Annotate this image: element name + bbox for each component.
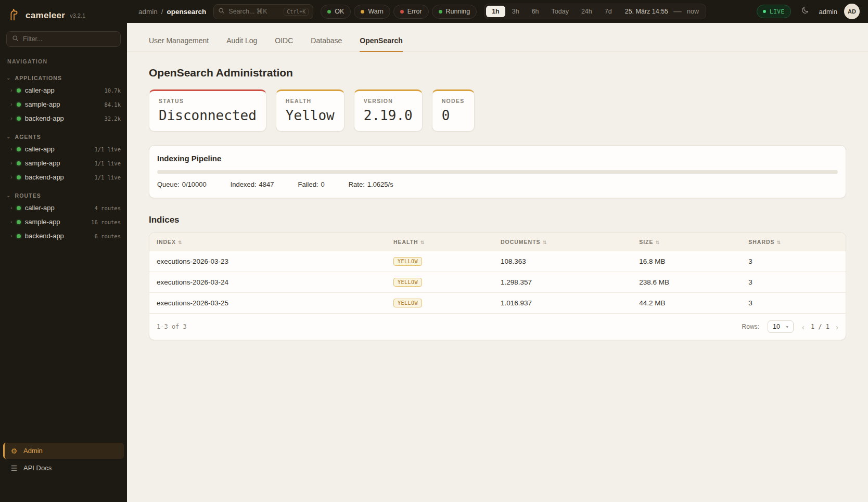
row-range-label: 1-3 of 3: [157, 323, 187, 330]
column-header-shards[interactable]: SHARDS⇅: [741, 233, 846, 251]
filter-warn[interactable]: Warn: [354, 5, 390, 19]
pipeline-stat-failed: Failed: 0: [298, 181, 324, 188]
sidebar-item-backend-app-routes[interactable]: › backend-app 6 routes: [0, 229, 127, 243]
warn-dot: [361, 10, 364, 14]
search-icon: [218, 7, 225, 16]
sidebar-item-sample-app-agent[interactable]: › sample-app 1/1 live: [0, 156, 127, 170]
column-header-size[interactable]: SIZE⇅: [632, 233, 741, 251]
health-badge: YELLOW: [393, 278, 422, 287]
tab-user-management[interactable]: User Management: [149, 36, 209, 52]
item-label: sample-app: [25, 218, 60, 226]
global-search[interactable]: Ctrl+K: [213, 4, 313, 19]
section-label: AGENTS: [15, 134, 41, 140]
item-label: backend-app: [25, 114, 64, 122]
column-header-health[interactable]: HEALTH⇅: [386, 233, 493, 251]
filter-ok[interactable]: OK: [321, 5, 351, 19]
section-header-applications[interactable]: ⌄ APPLICATIONS: [0, 73, 127, 83]
sidebar-filter[interactable]: [6, 31, 121, 47]
section-agents: ⌄ AGENTS › caller-app 1/1 live › sample-…: [0, 132, 127, 184]
page-indicator: 1 / 1: [811, 323, 829, 330]
section-header-agents[interactable]: ⌄ AGENTS: [0, 132, 127, 142]
live-badge: 1/1 live: [94, 146, 121, 152]
next-page-button[interactable]: ›: [836, 323, 838, 331]
rows-per-page-value: 10: [773, 323, 780, 330]
avatar[interactable]: AD: [844, 4, 860, 19]
time-range-6h[interactable]: 6h: [526, 6, 545, 17]
status-dot: [17, 161, 21, 165]
indices-title: Indices: [149, 215, 846, 225]
theme-toggle[interactable]: [798, 4, 812, 19]
status-dot: [17, 206, 21, 210]
table-footer: 1-3 of 3 Rows: 10 ▾ ‹ 1 / 1 ›: [149, 313, 846, 340]
item-label: sample-app: [25, 100, 60, 108]
item-label: caller-app: [25, 145, 55, 153]
time-range-today[interactable]: Today: [546, 6, 575, 17]
page-title: OpenSearch Administration: [149, 67, 846, 79]
cell-documents: 108.363: [493, 251, 632, 272]
column-header-index[interactable]: INDEX⇅: [149, 233, 386, 251]
item-label: sample-app: [25, 159, 60, 167]
admin-label: Admin: [23, 447, 43, 455]
cell-shards: 3: [741, 293, 846, 314]
indices-table-card: INDEX⇅ HEALTH⇅ DOCUMENTS⇅ SIZE⇅: [149, 233, 846, 340]
chevron-right-icon: ›: [10, 174, 12, 180]
tab-opensearch[interactable]: OpenSearch: [360, 36, 402, 52]
date-range-end[interactable]: now: [683, 8, 704, 15]
pipeline-stat-rate: Rate: 1.0625/s: [349, 181, 393, 188]
chevron-right-icon: ›: [10, 115, 12, 121]
stat-value: Yellow: [286, 108, 335, 123]
time-range-1h[interactable]: 1h: [486, 6, 505, 17]
pagination: ‹ 1 / 1 ›: [802, 323, 838, 331]
section-header-routes[interactable]: ⌄ ROUTES: [0, 190, 127, 201]
filter-running[interactable]: Running: [432, 5, 477, 19]
column-header-documents[interactable]: DOCUMENTS⇅: [493, 233, 632, 251]
pipeline-stat-queue: Queue: 0/10000: [157, 181, 207, 188]
filter-error[interactable]: Error: [393, 5, 429, 19]
stat-card-health: HEALTH Yellow: [276, 89, 344, 132]
search-input[interactable]: [228, 8, 280, 15]
table-row[interactable]: executions-2026-03-24 YELLOW 1.298.357 2…: [149, 272, 846, 293]
prev-page-button[interactable]: ‹: [802, 323, 805, 331]
breadcrumb-parent[interactable]: admin: [138, 8, 158, 16]
date-range-start[interactable]: 25. März 14:55: [619, 8, 672, 15]
time-range-3h[interactable]: 3h: [506, 6, 525, 17]
sidebar-item-api-docs[interactable]: ☰ API Docs: [3, 460, 124, 476]
sidebar-item-backend-app[interactable]: › backend-app 32.2k: [0, 111, 127, 125]
stat-val: 1.0625/s: [367, 181, 393, 188]
routes-badge: 16 routes: [91, 219, 121, 225]
status-dot: [17, 88, 21, 93]
navigation-label: NAVIGATION: [0, 55, 127, 67]
chevron-down-icon: ⌄: [6, 193, 11, 198]
sort-icon: ⇅: [656, 240, 660, 245]
table-row[interactable]: executions-2026-03-23 YELLOW 108.363 16.…: [149, 251, 846, 272]
chevron-right-icon: ›: [10, 205, 12, 211]
sidebar-item-admin[interactable]: ⚙ Admin: [3, 443, 124, 459]
status-dot: [17, 147, 21, 151]
tab-database[interactable]: Database: [311, 36, 342, 52]
stat-val: 4847: [259, 181, 274, 188]
sidebar-item-caller-app[interactable]: › caller-app 10.7k: [0, 83, 127, 97]
chevron-down-icon: ⌄: [6, 134, 11, 139]
chevron-right-icon: ›: [10, 233, 12, 239]
table-row[interactable]: executions-2026-03-25 YELLOW 1.016.937 4…: [149, 293, 846, 314]
time-range-7d[interactable]: 7d: [599, 6, 618, 17]
tab-oidc[interactable]: OIDC: [275, 36, 293, 52]
tab-audit-log[interactable]: Audit Log: [226, 36, 257, 52]
sidebar-item-caller-app-routes[interactable]: › caller-app 4 routes: [0, 201, 127, 215]
time-range-24h[interactable]: 24h: [576, 6, 598, 17]
ok-dot: [327, 10, 331, 14]
filter-input[interactable]: [23, 35, 115, 43]
live-toggle[interactable]: LIVE: [757, 5, 791, 18]
sidebar-item-sample-app[interactable]: › sample-app 84.1k: [0, 97, 127, 111]
filter-label: Warn: [368, 8, 383, 15]
sidebar-item-backend-app-agent[interactable]: › backend-app 1/1 live: [0, 170, 127, 184]
rows-per-page-label: Rows:: [742, 323, 759, 330]
section-label: APPLICATIONS: [15, 75, 62, 81]
status-dot: [17, 117, 21, 121]
status-filters: OK Warn Error Running: [321, 5, 477, 19]
sidebar-item-sample-app-routes[interactable]: › sample-app 16 routes: [0, 215, 127, 229]
sidebar-item-caller-app-agent[interactable]: › caller-app 1/1 live: [0, 142, 127, 156]
rows-per-page-select[interactable]: 10 ▾: [768, 320, 794, 333]
health-badge: YELLOW: [393, 257, 422, 266]
cell-index: executions-2026-03-25: [149, 293, 386, 314]
